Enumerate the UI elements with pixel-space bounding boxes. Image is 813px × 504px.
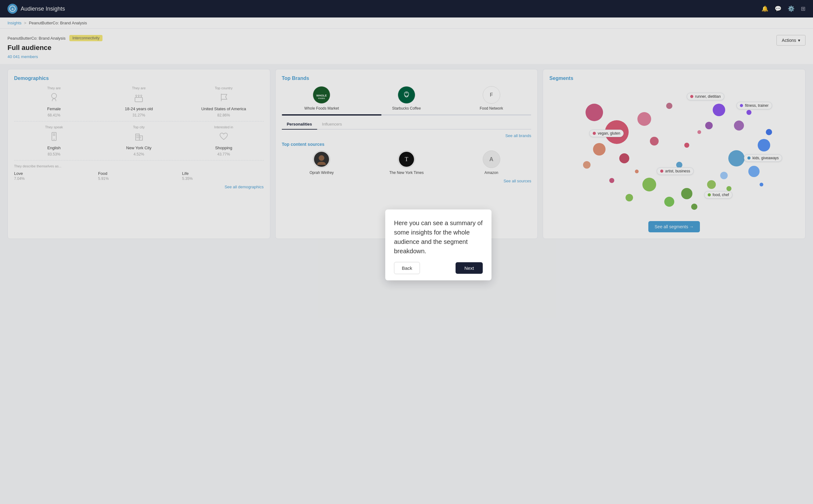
brand-starbucks: Starbucks Coffee — [366, 86, 447, 111]
segment-bubble — [650, 137, 659, 146]
svg-point-12 — [53, 139, 54, 140]
segment-bubble — [681, 188, 692, 199]
demo-city-value: New York City — [126, 146, 151, 150]
notification-icon[interactable]: 🔔 — [761, 5, 768, 12]
oprah-logo — [313, 151, 330, 168]
segment-label: vegan, gluten — [589, 130, 624, 137]
segment-dot — [740, 104, 743, 107]
segments-visualization: runner, dietitianfitness, trainervegan, … — [549, 86, 799, 217]
breadcrumb-insights[interactable]: Insights — [7, 21, 22, 25]
svg-rect-18 — [138, 137, 139, 138]
svg-point-26 — [319, 155, 324, 161]
segment-bubble — [705, 122, 713, 129]
tab-influencers[interactable]: Influencers — [317, 119, 347, 130]
page-header-left: PeanutButterCo: Brand Analysis Interconn… — [7, 35, 102, 59]
demo-divider2 — [14, 160, 264, 161]
segment-bubble — [707, 180, 716, 189]
chevron-down-icon: ▾ — [798, 38, 800, 43]
demo-city-pct: 4.52% — [133, 152, 144, 156]
member-count[interactable]: 40 041 members — [7, 54, 102, 59]
svg-text:WHOLE: WHOLE — [316, 94, 327, 97]
demo-gender-pct: 68.41% — [47, 113, 60, 117]
whole-foods-name: Whole Foods Market — [304, 106, 339, 111]
segment-bubble — [760, 183, 763, 186]
demo-country: Top country United States of America 82.… — [184, 86, 264, 117]
desc-pct-food: 5.91% — [98, 176, 180, 181]
grid-icon[interactable]: ⊞ — [801, 5, 806, 12]
segment-bubble — [619, 153, 629, 163]
segment-bubble — [691, 204, 697, 210]
breadcrumb: Insights > PeanutButterCo: Brand Analysi… — [0, 17, 813, 29]
message-icon[interactable]: 💬 — [775, 5, 781, 12]
app-header: a Audiense Insights 🔔 💬 ⚙️ ⊞ — [0, 0, 813, 17]
segment-bubble — [664, 197, 674, 207]
app-title: Audiense Insights — [21, 6, 65, 12]
content-sources-section: Top content sources Oprah Winfrey — [282, 142, 532, 183]
svg-point-6 — [141, 95, 142, 96]
breadcrumb-separator: > — [24, 21, 27, 25]
segment-label: food, chef — [704, 191, 733, 199]
segment-label-text: food, chef — [713, 193, 729, 197]
demo-gender: They are Female 68.41% — [14, 86, 94, 117]
segment-bubble — [676, 162, 682, 168]
brand-whole-foods: WHOLE FOODS Whole Foods Market — [282, 86, 362, 111]
progress-fill — [282, 114, 381, 116]
svg-point-23 — [401, 89, 412, 101]
demo-lang-pct: 83.53% — [47, 152, 60, 156]
page-subtitle: PeanutButterCo: Brand Analysis — [7, 36, 66, 41]
demo-city-label: Top city — [133, 125, 145, 129]
food-network-name: Food Network — [480, 106, 503, 111]
segment-bubble — [593, 143, 606, 156]
demographics-title: Demographics — [14, 76, 264, 81]
segments-card: Segments runner, dietitianfitness, train… — [543, 69, 806, 239]
segment-dot — [690, 95, 693, 98]
demographics-card: Demographics They are Female 68.41% They… — [7, 69, 270, 239]
settings-icon[interactable]: ⚙️ — [788, 5, 795, 12]
segment-bubble — [586, 104, 603, 121]
desc-pct-love: 7.04% — [14, 176, 96, 181]
source-nyt-name: The New York Times — [389, 170, 424, 175]
demo-country-value: United States of America — [201, 106, 246, 111]
actions-button[interactable]: Actions ▾ — [776, 35, 806, 46]
see-all-segments-button[interactable]: See all segments → — [648, 221, 700, 232]
svg-rect-15 — [136, 135, 137, 136]
see-all-brands[interactable]: See all brands — [282, 133, 532, 138]
segment-bubble — [746, 110, 751, 115]
desc-word-love: Love — [14, 171, 96, 176]
demo-interest-value: Shopping — [215, 146, 232, 150]
demo-gender-value: Female — [47, 106, 61, 111]
tooltip-text: Here you can see a summary of some insig… — [394, 218, 483, 244]
segment-bubble — [666, 103, 672, 109]
source-amazon-name: Amazon — [485, 170, 498, 175]
demographics-row2: They speak English 83.53% Top city — [14, 125, 264, 156]
segment-bubble — [642, 178, 656, 191]
tooltip-box: Here you can see a summary of some insig… — [385, 210, 492, 244]
demo-age-label: They are — [132, 86, 146, 90]
segment-label-text: artist, business — [665, 169, 690, 173]
building-icon — [133, 131, 144, 144]
starbucks-logo — [398, 86, 415, 104]
desc-love: Love 7.04% — [14, 171, 96, 181]
svg-rect-17 — [136, 137, 137, 138]
descriptions-grid: Love 7.04% Food 5.91% Life 5.35% — [14, 171, 264, 181]
see-all-demographics[interactable]: See all demographics — [14, 185, 264, 189]
segment-bubble — [635, 170, 639, 173]
demo-lang-value: English — [47, 146, 61, 150]
source-oprah-name: Oprah Winfrey — [310, 170, 334, 175]
see-all-sources[interactable]: See all sources — [282, 179, 532, 183]
flag-icon — [218, 92, 229, 105]
brands-tabs: Personalities Influencers — [282, 119, 532, 130]
phone-icon — [48, 131, 60, 144]
svg-point-4 — [136, 95, 137, 96]
segment-label: artist, business — [657, 167, 694, 175]
segment-dot — [660, 170, 663, 173]
svg-text:FOODS: FOODS — [318, 97, 325, 99]
desc-life: Life 5.35% — [182, 171, 264, 181]
desc-food: Food 5.91% — [98, 171, 180, 181]
birthday-icon — [133, 92, 144, 105]
segment-dot — [708, 193, 711, 196]
sources-grid: Oprah Winfrey T The New York Times A — [282, 151, 532, 175]
segment-bubble — [726, 186, 731, 191]
segment-bubble — [684, 143, 689, 148]
tab-personalities[interactable]: Personalities — [282, 119, 317, 130]
